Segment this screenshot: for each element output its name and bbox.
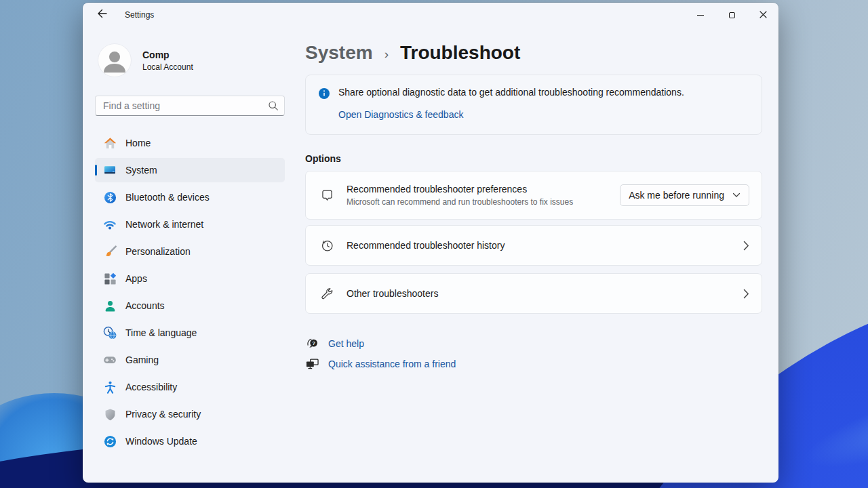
window-controls xyxy=(685,3,778,27)
privacy-security-icon xyxy=(103,407,117,421)
chevron-right-icon xyxy=(743,289,749,299)
sidebar: Comp Local Account Home xyxy=(83,27,297,483)
close-button[interactable] xyxy=(747,3,778,27)
quick-assist-icon xyxy=(305,357,319,370)
wrench-icon xyxy=(319,287,334,301)
account-block[interactable]: Comp Local Account xyxy=(98,44,285,77)
sidebar-item-label: Time & language xyxy=(125,327,197,338)
search-input[interactable] xyxy=(95,96,285,116)
network-icon xyxy=(103,218,117,231)
info-icon xyxy=(319,88,330,121)
sidebar-item-label: Privacy & security xyxy=(125,409,201,420)
sidebar-item-label: Windows Update xyxy=(125,436,197,447)
sidebar-item-time-language[interactable]: Time & language xyxy=(95,321,285,345)
open-diagnostics-link[interactable]: Open Diagnostics & feedback xyxy=(338,109,463,120)
sidebar-item-label: Home xyxy=(125,138,151,148)
sidebar-item-system[interactable]: System xyxy=(95,158,285,182)
sidebar-item-accounts[interactable]: Accounts xyxy=(95,293,285,318)
sidebar-item-accessibility[interactable]: Accessibility xyxy=(95,375,285,399)
minimize-icon xyxy=(697,15,704,16)
card-title: Other troubleshooters xyxy=(347,288,438,299)
close-icon xyxy=(760,9,767,21)
info-banner: Share optional diagnostic data to get ad… xyxy=(305,75,762,135)
card-title: Recommended troubleshooter history xyxy=(347,240,505,251)
settings-window: Settings Comp Local Account xyxy=(83,3,778,483)
sidebar-item-label: Network & internet xyxy=(125,219,203,230)
titlebar: Settings xyxy=(83,3,778,27)
card-troubleshooter-history[interactable]: Recommended troubleshooter history xyxy=(305,225,762,266)
arrow-left-icon xyxy=(96,8,107,22)
time-language-icon xyxy=(103,326,117,340)
sidebar-item-privacy-security[interactable]: Privacy & security xyxy=(95,402,285,426)
sidebar-nav: Home System Bluetooth & devices xyxy=(95,131,285,453)
sidebar-item-label: Apps xyxy=(125,273,147,284)
selected-accent-pill xyxy=(95,165,97,176)
sidebar-item-windows-update[interactable]: Windows Update xyxy=(95,429,285,453)
sidebar-item-gaming[interactable]: Gaming xyxy=(95,348,285,372)
sidebar-item-label: Bluetooth & devices xyxy=(125,192,210,203)
windows-update-icon xyxy=(103,434,117,448)
sidebar-item-label: Accessibility xyxy=(125,382,177,392)
maximize-button[interactable] xyxy=(716,3,747,27)
chevron-right-icon: › xyxy=(384,47,389,62)
sidebar-item-bluetooth-devices[interactable]: Bluetooth & devices xyxy=(95,185,285,209)
account-name: Comp xyxy=(142,49,193,60)
gaming-icon xyxy=(103,353,117,367)
sidebar-item-home[interactable]: Home xyxy=(95,131,285,155)
quick-assist-link[interactable]: Quick assistance from a friend xyxy=(328,359,456,369)
card-subtitle: Microsoft can recommend and run troubles… xyxy=(347,197,573,207)
minimize-button[interactable] xyxy=(685,3,716,27)
sidebar-item-label: System xyxy=(125,165,157,176)
section-title-options: Options xyxy=(305,153,762,164)
chevron-right-icon xyxy=(743,241,749,251)
get-help-icon: ? xyxy=(305,337,319,350)
sidebar-item-network-internet[interactable]: Network & internet xyxy=(95,212,285,237)
get-help-row: ? Get help xyxy=(305,337,762,350)
sidebar-item-apps[interactable]: Apps xyxy=(95,266,285,291)
main-content: System › Troubleshoot Share optional dia… xyxy=(297,27,778,483)
back-button[interactable] xyxy=(88,5,115,25)
accounts-icon xyxy=(103,299,117,312)
history-icon xyxy=(319,239,334,253)
system-icon xyxy=(103,163,117,177)
breadcrumb: System › Troubleshoot xyxy=(305,42,762,64)
apps-icon xyxy=(103,272,117,285)
comment-bubble-icon xyxy=(319,188,334,203)
card-other-troubleshooters[interactable]: Other troubleshooters xyxy=(305,273,762,314)
quick-assist-row: Quick assistance from a friend xyxy=(305,357,762,370)
sidebar-item-label: Gaming xyxy=(125,354,159,365)
troubleshooter-preference-dropdown[interactable]: Ask me before running xyxy=(620,184,749,206)
chevron-down-icon xyxy=(732,192,741,198)
account-type: Local Account xyxy=(142,62,193,72)
sidebar-item-personalization[interactable]: Personalization xyxy=(95,239,285,264)
card-title: Recommended troubleshooter preferences xyxy=(347,184,573,195)
search-icon xyxy=(268,100,279,114)
maximize-icon xyxy=(729,12,735,18)
avatar xyxy=(98,44,131,77)
card-troubleshooter-preferences: Recommended troubleshooter preferences M… xyxy=(305,171,762,220)
app-title: Settings xyxy=(125,10,154,20)
home-icon xyxy=(103,136,117,150)
footer-links: ? Get help Quick assistance from a frien… xyxy=(305,337,762,370)
page-title: Troubleshoot xyxy=(400,42,520,64)
svg-text:?: ? xyxy=(312,340,315,346)
bluetooth-icon xyxy=(103,190,117,204)
breadcrumb-parent[interactable]: System xyxy=(305,42,373,64)
dropdown-value: Ask me before running xyxy=(629,190,724,201)
accessibility-icon xyxy=(103,380,117,394)
search-box xyxy=(95,96,285,116)
sidebar-item-label: Personalization xyxy=(125,246,191,257)
banner-text: Share optional diagnostic data to get ad… xyxy=(338,87,684,98)
get-help-link[interactable]: Get help xyxy=(328,338,364,349)
personalization-icon xyxy=(103,245,117,258)
sidebar-item-label: Accounts xyxy=(125,300,165,311)
